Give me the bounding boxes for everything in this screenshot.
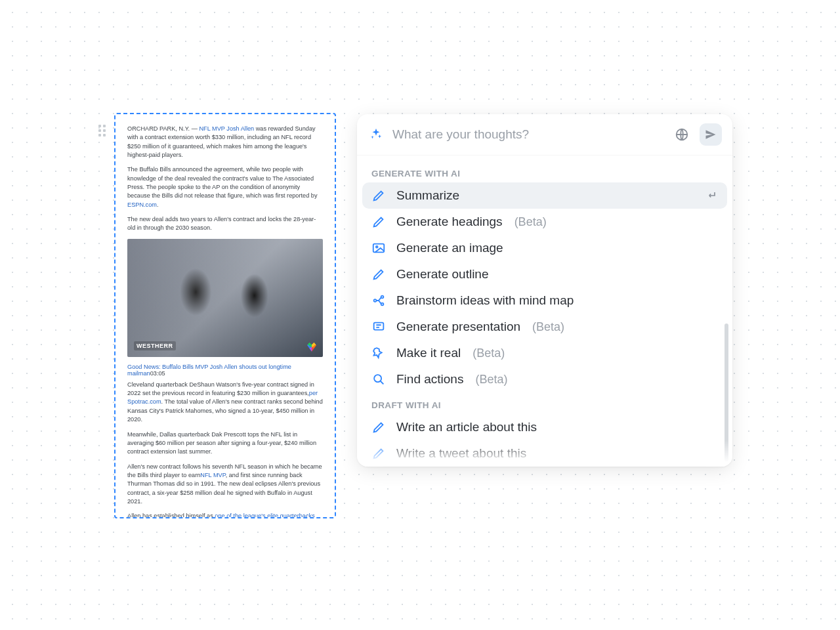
beta-badge: (Beta) <box>472 346 505 360</box>
menu-item-write-tweet[interactable]: Write a tweet about this <box>362 440 727 467</box>
article-link[interactable]: ESPN.com <box>127 201 157 208</box>
menu-item-label: Write an article about this <box>396 420 537 434</box>
ai-menu: GENERATE WITH AI Summarize Generate head… <box>357 156 732 467</box>
menu-item-summarize[interactable]: Summarize <box>362 182 727 209</box>
pencil-icon <box>371 420 386 434</box>
menu-item-generate-headings[interactable]: Generate headings (Beta) <box>362 209 727 235</box>
ai-command-popup: GENERATE WITH AI Summarize Generate head… <box>357 114 732 467</box>
menu-item-label: Make it real <box>396 346 461 360</box>
nbc-peacock-icon <box>307 343 316 352</box>
image-icon <box>371 241 386 255</box>
sparkle-icon <box>369 127 383 142</box>
svg-rect-1 <box>373 244 385 253</box>
ai-prompt-input[interactable] <box>392 127 662 142</box>
article-link[interactable]: NFL MVP <box>200 472 225 478</box>
ai-input-row <box>357 114 732 156</box>
block-drag-handle[interactable] <box>98 125 110 136</box>
article-paragraph: Meanwhile, Dallas quarterback Dak Presco… <box>127 430 323 457</box>
svg-rect-6 <box>374 323 384 330</box>
pin-icon <box>371 346 386 360</box>
menu-item-label: Generate headings <box>396 215 503 229</box>
menu-item-label: Write a tweet about this <box>396 446 526 461</box>
video-duration: 03:05 <box>150 370 165 377</box>
menu-item-label: Generate an image <box>396 241 503 255</box>
slides-icon <box>371 320 386 334</box>
menu-item-label: Summarize <box>396 188 459 203</box>
menu-section-label: GENERATE WITH AI <box>362 161 727 182</box>
article-paragraph: ORCHARD PARK, N.Y. — NFL MVP Josh Allen … <box>127 125 323 159</box>
article-link[interactable]: NFL MVP Josh Allen <box>199 125 254 132</box>
mindmap-icon <box>371 293 386 308</box>
pencil-icon <box>371 267 386 282</box>
menu-item-find-actions[interactable]: Find actions (Beta) <box>362 366 727 392</box>
pencil-icon <box>371 446 386 461</box>
video-caption: Good News: Buffalo Bills MVP Josh Allen … <box>127 364 323 377</box>
svg-point-7 <box>374 375 381 382</box>
enter-key-icon <box>705 189 718 202</box>
image-watermark-text: WESTHERR <box>134 341 176 350</box>
pencil-icon <box>371 215 386 229</box>
search-icon <box>371 372 386 387</box>
article-paragraph: The new deal adds two years to Allen's c… <box>127 215 323 233</box>
svg-point-3 <box>374 299 377 302</box>
menu-item-make-it-real[interactable]: Make it real (Beta) <box>362 340 727 366</box>
svg-point-4 <box>381 296 384 299</box>
menu-item-brainstorm-mindmap[interactable]: Brainstorm ideas with mind map <box>362 287 727 314</box>
menu-item-write-article[interactable]: Write an article about this <box>362 414 727 440</box>
beta-badge: (Beta) <box>475 373 507 387</box>
menu-item-generate-image[interactable]: Generate an image <box>362 235 727 261</box>
beta-badge: (Beta) <box>514 215 547 229</box>
globe-button[interactable] <box>671 123 693 146</box>
send-button[interactable] <box>700 123 722 146</box>
menu-item-generate-outline[interactable]: Generate outline <box>362 261 727 287</box>
menu-item-generate-presentation[interactable]: Generate presentation (Beta) <box>362 314 727 340</box>
svg-point-2 <box>376 246 378 248</box>
menu-item-label: Brainstorm ideas with mind map <box>396 293 574 308</box>
pencil-icon <box>371 188 386 203</box>
article-link[interactable]: one of the league's elite quarterbacks <box>215 513 314 518</box>
menu-item-label: Generate outline <box>396 267 489 282</box>
article-paragraph: Allen has established himself as one of … <box>127 512 323 518</box>
beta-badge: (Beta) <box>532 320 564 334</box>
menu-scrollbar[interactable] <box>724 324 728 461</box>
article-paragraph: Allen's new contract follows his seventh… <box>127 463 323 507</box>
svg-point-5 <box>381 303 384 306</box>
menu-section-label: DRAFT WITH AI <box>362 392 727 414</box>
menu-item-label: Generate presentation <box>396 320 520 334</box>
article-paragraph: The Buffalo Bills announced the agreemen… <box>127 165 323 209</box>
article-image: WESTHERR <box>127 239 323 357</box>
menu-item-label: Find actions <box>396 372 463 387</box>
article-paragraph: Cleveland quarterback DeShaun Watson's f… <box>127 381 323 425</box>
selected-article-card[interactable]: ORCHARD PARK, N.Y. — NFL MVP Josh Allen … <box>114 113 336 518</box>
